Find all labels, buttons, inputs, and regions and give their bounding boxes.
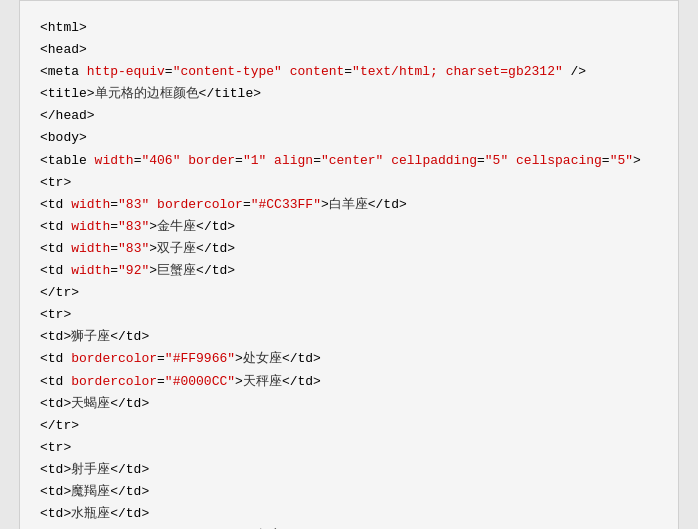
- code-line-10: <td width="83">金牛座</td>: [40, 216, 658, 238]
- code-line-16: <td bordercolor="#FF9966">处女座</td>: [40, 348, 658, 370]
- code-line-15: <td>狮子座</td>: [40, 326, 658, 348]
- code-line-17: <td bordercolor="#0000CC">天秤座</td>: [40, 371, 658, 393]
- code-line-9: <td width="83" bordercolor="#CC33FF">白羊座…: [40, 194, 658, 216]
- code-line-20: <tr>: [40, 437, 658, 459]
- code-line-23: <td>水瓶座</td>: [40, 503, 658, 525]
- code-line-6: <body>: [40, 127, 658, 149]
- code-line-18: <td>天蝎座</td>: [40, 393, 658, 415]
- code-line-7: <table width="406" border="1" align="cen…: [40, 150, 658, 172]
- code-line-21: <td>射手座</td>: [40, 459, 658, 481]
- code-line-8: <tr>: [40, 172, 658, 194]
- code-block: <html> <head> <meta http-equiv="content-…: [19, 0, 679, 529]
- code-line-1: <html>: [40, 17, 658, 39]
- code-line-22: <td>魔羯座</td>: [40, 481, 658, 503]
- code-line-2: <head>: [40, 39, 658, 61]
- code-line-19: </tr>: [40, 415, 658, 437]
- code-line-24: <td bordercolor="#FF0000">双鱼座</td>: [40, 525, 658, 529]
- code-line-12: <td width="92">巨蟹座</td>: [40, 260, 658, 282]
- code-line-3: <meta http-equiv="content-type" content=…: [40, 61, 658, 83]
- code-line-13: </tr>: [40, 282, 658, 304]
- code-line-5: </head>: [40, 105, 658, 127]
- code-line-14: <tr>: [40, 304, 658, 326]
- code-line-4: <title>单元格的边框颜色</title>: [40, 83, 658, 105]
- code-line-11: <td width="83">双子座</td>: [40, 238, 658, 260]
